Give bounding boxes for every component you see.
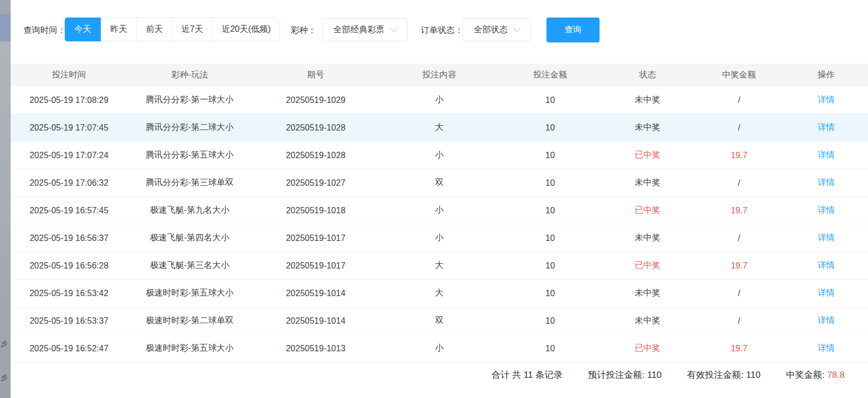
sidebar-text-fragment: 彡	[1, 374, 10, 381]
table-row: 2025-05-19 16:53:37 极速时时彩-第二球单双 20250519…	[11, 307, 868, 335]
cell-status: 未中奖	[601, 114, 694, 141]
detail-link[interactable]: 详情	[818, 177, 835, 188]
table-row: 2025-05-19 16:52:47 极速时时彩-第五球大小 20250519…	[11, 335, 868, 362]
order-status-label: 订单状态：	[421, 25, 463, 36]
table-row: 2025-05-19 16:56:28 极速飞艇-第三名大小 20250519-…	[11, 252, 868, 280]
cell-action: 详情	[784, 86, 868, 114]
summary-bar: 合计 共 11 条记录 预计投注金额: 110 有效投注金额: 110 中奖金额…	[11, 362, 868, 387]
cell-bet-amount: 10	[499, 169, 601, 196]
sidebar-top-block	[0, 0, 11, 14]
time-range-group: 今天昨天前天近7天近20天(低频)	[65, 18, 280, 41]
cell-bet-time: 2025-05-19 16:53:42	[11, 280, 127, 307]
table-row: 2025-05-19 17:07:45 腾讯分分彩-第二球大小 20250519…	[11, 114, 868, 142]
sidebar-active-block	[0, 14, 11, 41]
cell-status: 未中奖	[601, 169, 694, 196]
table-row: 2025-05-19 17:07:24 腾讯分分彩-第五球大小 20250519…	[11, 142, 868, 169]
table-row: 2025-05-19 16:56:37 极速飞艇-第四名大小 20250519-…	[11, 224, 868, 252]
time-option-2[interactable]: 前天	[136, 18, 172, 41]
cell-issue-number: 20250519-1029	[252, 86, 379, 114]
cell-bet-time: 2025-05-19 16:53:37	[11, 307, 127, 334]
cell-prize: 19.7	[694, 252, 784, 279]
lottery-filter-label: 彩种：	[291, 25, 316, 36]
filter-bar: 查询时间： 今天昨天前天近7天近20天(低频) 彩种： 全部经典彩票 订单状态：…	[11, 0, 868, 63]
column-header-5: 状态	[601, 64, 694, 86]
cell-bet-time: 2025-05-19 16:57:45	[11, 197, 127, 224]
table-row: 2025-05-19 17:08:29 腾讯分分彩-第一球大小 20250519…	[11, 86, 868, 114]
detail-link[interactable]: 详情	[818, 260, 835, 271]
table-row: 2025-05-19 16:53:42 极速时时彩-第五球大小 20250519…	[11, 280, 868, 307]
order-status-select[interactable]: 全部状态	[463, 18, 531, 41]
cell-action: 详情	[784, 114, 868, 141]
cell-bet-time: 2025-05-19 16:52:47	[11, 335, 127, 362]
cell-bet-time: 2025-05-19 17:07:45	[11, 114, 127, 141]
detail-link[interactable]: 详情	[818, 94, 835, 106]
win-amount-value: 78.8	[827, 370, 845, 380]
detail-link[interactable]: 详情	[818, 232, 835, 244]
cell-bet-content: 小	[379, 86, 499, 114]
cell-lottery-play: 极速飞艇-第四名大小	[127, 224, 252, 252]
column-header-0: 投注时间	[11, 64, 127, 86]
cell-status: 已中奖	[601, 142, 694, 169]
lottery-type-value: 全部经典彩票	[334, 24, 385, 36]
cell-bet-amount: 10	[499, 252, 601, 279]
cell-bet-amount: 10	[499, 142, 601, 169]
cell-issue-number: 20250519-1028	[252, 142, 379, 169]
detail-link[interactable]: 详情	[818, 205, 835, 216]
detail-link[interactable]: 详情	[818, 122, 835, 133]
cell-lottery-play: 腾讯分分彩-第二球大小	[127, 114, 252, 141]
column-header-4: 投注金额	[499, 64, 601, 86]
cell-prize: /	[694, 280, 784, 307]
detail-link[interactable]: 详情	[818, 288, 835, 299]
lottery-type-select[interactable]: 全部经典彩票	[322, 18, 407, 41]
column-header-1: 彩种-玩法	[127, 64, 252, 86]
cell-bet-content: 小	[379, 197, 499, 224]
cell-bet-content: 小	[379, 335, 499, 362]
search-button[interactable]: 查询	[546, 18, 600, 42]
cell-issue-number: 20250519-1017	[252, 224, 379, 252]
cell-lottery-play: 极速飞艇-第三名大小	[127, 252, 252, 279]
cell-status: 已中奖	[601, 335, 694, 362]
detail-link[interactable]: 详情	[818, 315, 835, 326]
chevron-down-icon	[513, 24, 520, 32]
chevron-down-icon	[389, 24, 397, 32]
cell-action: 详情	[784, 252, 868, 279]
cell-lottery-play: 极速时时彩-第五球大小	[127, 280, 252, 307]
cell-status: 未中奖	[601, 280, 694, 307]
cell-bet-content: 大	[379, 114, 499, 141]
cell-lottery-play: 腾讯分分彩-第三球单双	[127, 169, 252, 196]
cell-lottery-play: 腾讯分分彩-第一球大小	[127, 86, 252, 114]
table-body: 2025-05-19 17:08:29 腾讯分分彩-第一球大小 20250519…	[11, 86, 868, 362]
time-option-3[interactable]: 近7天	[172, 18, 212, 41]
cell-issue-number: 20250519-1028	[252, 114, 379, 141]
cell-lottery-play: 极速飞艇-第九名大小	[127, 197, 252, 224]
time-option-0[interactable]: 今天	[65, 18, 101, 41]
detail-link[interactable]: 详情	[818, 150, 835, 161]
cell-bet-content: 大	[379, 252, 499, 279]
table-row: 2025-05-19 16:57:45 极速飞艇-第九名大小 20250519-…	[11, 197, 868, 224]
column-header-2: 期号	[252, 64, 379, 86]
cell-issue-number: 20250519-1013	[252, 335, 379, 362]
cell-bet-time: 2025-05-19 17:07:24	[11, 142, 127, 169]
cell-issue-number: 20250519-1027	[252, 169, 379, 196]
cell-bet-amount: 10	[499, 197, 601, 224]
cell-prize: 19.7	[694, 335, 784, 362]
time-option-4[interactable]: 近20天(低频)	[212, 18, 280, 41]
cell-bet-content: 小	[379, 224, 499, 252]
cell-bet-amount: 10	[499, 335, 601, 362]
cell-action: 详情	[784, 307, 868, 334]
column-header-6: 中奖金额	[694, 64, 784, 86]
cell-bet-time: 2025-05-19 17:08:29	[11, 86, 127, 114]
time-option-1[interactable]: 昨天	[101, 18, 136, 41]
cell-bet-content: 大	[379, 280, 499, 307]
cell-bet-amount: 10	[499, 307, 601, 334]
order-status-value: 全部状态	[474, 24, 508, 36]
cell-status: 未中奖	[601, 224, 694, 252]
cell-bet-time: 2025-05-19 16:56:37	[11, 224, 127, 252]
detail-link[interactable]: 详情	[818, 343, 835, 354]
cell-bet-content: 双	[379, 169, 499, 196]
cell-status: 未中奖	[601, 86, 694, 114]
cell-prize: /	[694, 114, 784, 141]
column-header-3: 投注内容	[379, 64, 499, 86]
sidebar-text-fragment: 彡	[1, 340, 10, 347]
cell-issue-number: 20250519-1014	[252, 280, 379, 307]
